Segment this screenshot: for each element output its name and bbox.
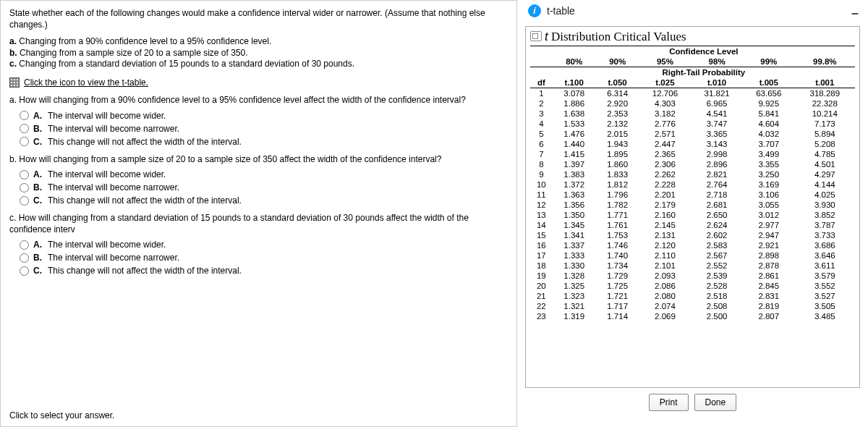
item-a: a. Changing from a 90% confidence level … [9, 36, 508, 48]
option-b-B[interactable]: B.The interval will become narrower. [20, 182, 508, 193]
value-cell: 3.579 [795, 271, 855, 281]
table-row: 111.3631.7962.2012.7183.1064.025 [530, 190, 855, 200]
value-cell: 2.845 [743, 281, 795, 291]
print-button[interactable]: Print [649, 394, 689, 411]
table-row: 231.3191.7142.0692.5002.8073.485 [530, 311, 855, 321]
option-b-C[interactable]: C.This change will not affect the width … [20, 195, 508, 206]
value-cell: 2.896 [691, 159, 743, 169]
df-cell: 5 [530, 129, 553, 139]
value-cell: 1.714 [596, 311, 639, 321]
option-c-A[interactable]: A.The interval will become wider. [20, 240, 508, 250]
radio-c-A[interactable] [20, 240, 29, 250]
view-ttable-link[interactable]: Click the icon to view the t-table. [24, 77, 148, 88]
df-cell: 18 [530, 261, 553, 271]
df-cell: 4 [530, 119, 553, 129]
modal-body: t t Distribution Critical ValuesDistribu… [525, 26, 860, 388]
radio-c-C[interactable] [20, 266, 29, 276]
value-cell: 318.289 [795, 88, 855, 99]
radio-b-A[interactable] [20, 170, 29, 179]
value-cell: 1.328 [553, 271, 596, 281]
modal-header: i t-table [521, 0, 864, 22]
radio-b-B[interactable] [20, 183, 29, 193]
value-cell: 1.323 [553, 291, 596, 301]
value-cell: 2.998 [691, 149, 743, 159]
tail-prob-header: Right-Tail Probability [553, 67, 855, 78]
popout-icon[interactable] [530, 31, 542, 41]
value-cell: 2.764 [691, 179, 743, 190]
value-cell: 1.782 [596, 200, 639, 210]
value-cell: 1.860 [596, 159, 639, 169]
value-cell: 2.365 [639, 149, 692, 159]
value-cell: 1.337 [553, 240, 596, 250]
value-cell: 1.729 [596, 271, 639, 281]
value-cell: 2.093 [639, 271, 692, 281]
value-cell: 31.821 [691, 88, 743, 99]
value-cell: 2.650 [691, 210, 743, 220]
item-c: c. Changing from a standard deviation of… [9, 59, 508, 70]
value-cell: 3.169 [743, 179, 795, 190]
value-cell: 2.571 [639, 129, 692, 139]
radio-a-A[interactable] [20, 111, 29, 120]
value-cell: 2.447 [639, 139, 692, 149]
table-row: 61.4401.9432.4473.1433.7075.208 [530, 139, 855, 149]
value-cell: 4.785 [795, 149, 855, 159]
df-header: df [530, 77, 553, 88]
value-cell: 3.707 [743, 139, 795, 149]
value-cell: 3.733 [795, 230, 855, 240]
done-button[interactable]: Done [694, 394, 737, 411]
conf-level: 95% [639, 56, 692, 67]
option-b-A[interactable]: A.The interval will become wider. [20, 169, 508, 179]
radio-a-C[interactable] [20, 137, 29, 146]
value-cell: 2.228 [639, 179, 692, 190]
radio-c-B[interactable] [20, 253, 29, 263]
value-cell: 2.179 [639, 200, 692, 210]
value-cell: 1.321 [553, 301, 596, 311]
value-cell: 2.898 [743, 250, 795, 261]
value-cell: 1.533 [553, 119, 596, 129]
question-c: c. How will changing from a standard dev… [9, 213, 508, 235]
value-cell: 63.656 [743, 88, 795, 99]
value-cell: 1.638 [553, 109, 596, 119]
df-cell: 17 [530, 250, 553, 261]
value-cell: 1.740 [596, 250, 639, 261]
value-cell: 2.807 [743, 311, 795, 321]
value-cell: 3.055 [743, 200, 795, 210]
value-cell: 1.761 [596, 220, 639, 230]
option-a-A[interactable]: A.The interval will become wider. [20, 111, 508, 121]
radio-a-B[interactable] [20, 124, 29, 133]
value-cell: 4.297 [795, 169, 855, 179]
option-c-C[interactable]: C.This change will not affect the width … [20, 266, 508, 276]
radio-b-C[interactable] [20, 196, 29, 206]
df-cell: 22 [530, 301, 553, 311]
df-cell: 15 [530, 230, 553, 240]
table-row: 161.3371.7462.1202.5832.9213.686 [530, 240, 855, 250]
value-cell: 2.160 [639, 210, 692, 220]
option-a-C[interactable]: C.This change will not affect the width … [20, 137, 508, 147]
value-cell: 3.527 [795, 291, 855, 301]
minimize-icon[interactable]: – [851, 6, 859, 21]
value-cell: 2.583 [691, 240, 743, 250]
value-cell: 1.372 [553, 179, 596, 190]
intro-text: State whether each of the following chan… [9, 8, 508, 30]
df-cell: 8 [530, 159, 553, 169]
value-cell: 2.086 [639, 281, 692, 291]
value-cell: 1.330 [553, 261, 596, 271]
table-row: 41.5332.1322.7763.7474.6047.173 [530, 119, 855, 129]
table-row: 211.3231.7212.0802.5182.8313.527 [530, 291, 855, 301]
value-cell: 2.539 [691, 271, 743, 281]
option-c-B[interactable]: B.The interval will become narrower. [20, 253, 508, 263]
option-a-B[interactable]: B.The interval will become narrower. [20, 124, 508, 134]
value-cell: 2.080 [639, 291, 692, 301]
table-icon[interactable] [9, 77, 20, 88]
value-cell: 3.499 [743, 149, 795, 159]
value-cell: 2.861 [743, 271, 795, 281]
df-cell: 1 [530, 88, 553, 99]
value-cell: 3.852 [795, 210, 855, 220]
value-cell: 2.681 [691, 200, 743, 210]
value-cell: 1.753 [596, 230, 639, 240]
value-cell: 1.415 [553, 149, 596, 159]
value-cell: 1.341 [553, 230, 596, 240]
conf-levels-row: 80%90%95%98%99%99.8% [530, 56, 855, 67]
value-cell: 1.886 [553, 98, 596, 109]
value-cell: 2.353 [596, 109, 639, 119]
